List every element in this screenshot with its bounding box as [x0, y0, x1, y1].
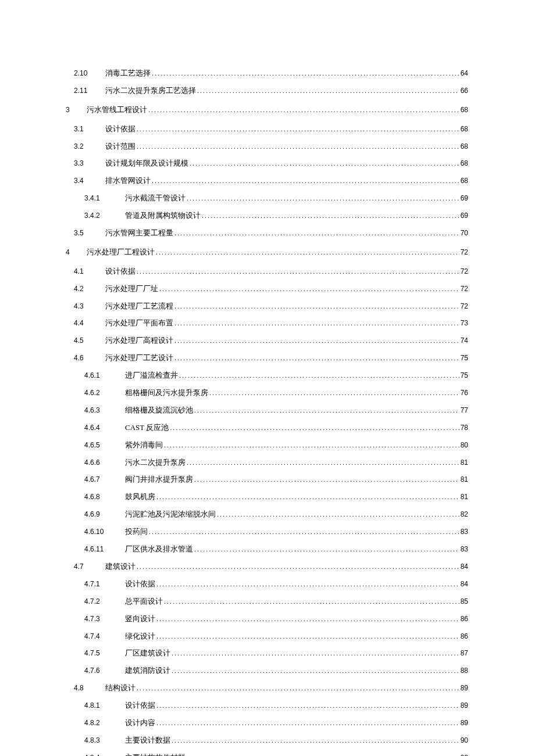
toc-page-number: 72: [461, 302, 468, 311]
toc-title: 阀门井排水提升泵房: [125, 475, 193, 485]
toc-title: 污水二次提升泵房: [125, 458, 186, 468]
toc-leader-dots: [164, 441, 459, 449]
toc-number: 4.8.4: [84, 754, 125, 756]
toc-number: 4.7.5: [84, 649, 125, 658]
toc-page-number: 90: [461, 754, 468, 756]
toc-leader-dots: [137, 562, 459, 571]
toc-leader-dots: [156, 701, 459, 710]
toc-entry: 3.1设计依据68: [66, 124, 468, 134]
toc-page-number: 83: [461, 528, 468, 537]
toc-page-number: 84: [461, 562, 468, 572]
toc-number: 3.4.1: [84, 194, 125, 203]
toc-title: 污水处理厂平面布置: [105, 318, 173, 328]
toc-title: 粗格栅间及污水提升泵房: [125, 388, 208, 398]
toc-number: 4.8.3: [84, 736, 125, 746]
toc-leader-dots: [137, 142, 459, 151]
toc-entry: 3.3设计规划年限及设计规模68: [66, 159, 468, 169]
toc-number: 4.4: [74, 319, 105, 328]
toc-title: 设计内容: [125, 718, 155, 728]
toc-title: 污水处理厂工程设计: [87, 248, 155, 257]
toc-leader-dots: [174, 354, 459, 362]
toc-title: 污水管网主要工程量: [105, 228, 173, 238]
toc-entry: 4.8.2设计内容89: [66, 718, 468, 728]
toc-leader-dots: [137, 684, 459, 692]
toc-number: 4.7.6: [84, 667, 125, 676]
toc-page-number: 86: [461, 615, 468, 624]
toc-leader-dots: [156, 248, 459, 256]
toc-number: 4.7: [74, 562, 105, 572]
toc-entry: 4.6.5紫外消毒间80: [66, 440, 468, 450]
toc-title: 细格栅及旋流沉砂池: [125, 406, 193, 415]
toc-title: 厂区供水及排水管道: [125, 544, 193, 554]
toc-number: 4.7.2: [84, 597, 125, 607]
toc-leader-dots: [174, 302, 459, 310]
toc-number: 3.4.2: [84, 212, 125, 221]
toc-title: CAST 反应池: [125, 423, 169, 433]
toc-title: 绿化设计: [125, 632, 155, 642]
toc-number: 4.6.4: [84, 424, 125, 433]
toc-entry: 4.7建筑设计84: [66, 562, 468, 572]
toc-title: 消毒工艺选择: [105, 69, 151, 78]
toc-number: 4.6.6: [84, 458, 125, 468]
toc-title: 排水管网设计: [105, 176, 151, 186]
toc-title: 污水处理厂高程设计: [105, 336, 173, 346]
toc-leader-dots: [172, 649, 459, 657]
toc-page-number: 75: [461, 354, 468, 363]
toc-leader-dots: [137, 125, 459, 133]
toc-title: 污泥贮池及污泥浓缩脱水间: [125, 510, 216, 519]
toc-title: 污水管线工程设计: [87, 105, 147, 115]
toc-leader-dots: [156, 580, 459, 588]
toc-entry: 4.8.1设计依据89: [66, 701, 468, 711]
toc-page-number: 69: [461, 194, 468, 203]
toc-page-number: 80: [461, 441, 468, 450]
toc-title: 建筑消防设计: [125, 666, 170, 676]
toc-page-number: 86: [461, 632, 468, 642]
toc-page-number: 83: [461, 545, 468, 554]
toc-number: 2.11: [74, 87, 105, 96]
toc-number: 4.6.11: [84, 545, 125, 554]
toc-number: 4.6.9: [84, 510, 125, 519]
toc-entry: 3污水管线工程设计68: [66, 105, 468, 115]
toc-entry: 4.6.9污泥贮池及污泥浓缩脱水间82: [66, 510, 468, 519]
toc-leader-dots: [197, 87, 459, 95]
toc-page-number: 90: [461, 736, 468, 746]
toc-title: 进厂溢流检查井: [125, 371, 178, 381]
toc-title: 厂区建筑设计: [125, 648, 170, 658]
toc-entry: 4.5污水处理厂高程设计74: [66, 336, 468, 346]
toc-page-number: 68: [461, 159, 468, 169]
toc-number: 4.6.1: [84, 371, 125, 381]
toc-number: 4.5: [74, 336, 105, 346]
toc-entry: 4.6.2粗格栅间及污水提升泵房76: [66, 388, 468, 398]
toc-page-number: 69: [461, 212, 468, 221]
toc-entry: 4.2污水处理厂厂址72: [66, 284, 468, 294]
toc-title: 鼓风机房: [125, 492, 155, 502]
toc-title: 建筑设计: [105, 562, 135, 572]
toc-entry: 3.2设计范围68: [66, 142, 468, 152]
toc-entry: 4.6污水处理厂工艺设计75: [66, 353, 468, 363]
toc-entry: 3.4.2管道及附属构筑物设计69: [66, 211, 468, 221]
toc-title: 管道及附属构筑物设计: [125, 211, 201, 221]
toc-number: 4.6.7: [84, 475, 125, 485]
toc-page-number: 89: [461, 701, 468, 711]
toc-number: 3.2: [74, 142, 105, 152]
toc-title: 设计依据: [125, 701, 155, 711]
toc-title: 污水二次提升泵房工艺选择: [105, 86, 196, 96]
toc-leader-dots: [174, 336, 459, 345]
toc-page-number: 81: [461, 458, 468, 468]
toc-leader-dots: [148, 106, 459, 114]
toc-page-number: 89: [461, 719, 468, 728]
toc-leader-dots: [209, 389, 459, 397]
toc-leader-dots: [156, 632, 459, 640]
toc-leader-dots: [156, 615, 459, 623]
toc-title: 设计依据: [105, 267, 135, 277]
toc-title: 污水处理厂工艺设计: [105, 353, 173, 363]
toc-title: 总平面设计: [125, 597, 163, 607]
toc-leader-dots: [174, 319, 459, 327]
toc-leader-dots: [187, 458, 459, 467]
toc-number: 4: [66, 248, 87, 257]
toc-page-number: 75: [461, 371, 468, 381]
toc-leader-dots: [190, 159, 459, 167]
toc-page-number: 87: [461, 649, 468, 658]
toc-title: 污水处理厂厂址: [105, 284, 158, 294]
toc-page-number: 68: [461, 177, 468, 186]
